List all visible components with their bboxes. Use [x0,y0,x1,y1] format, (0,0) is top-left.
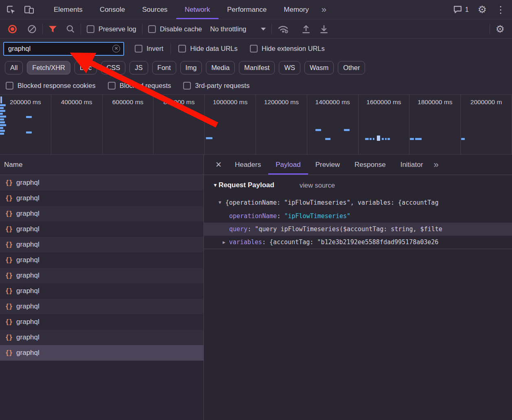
filter-input[interactable] [8,45,112,52]
network-main-split: Name {} graphql {} graphql {} graphql {}… [0,155,512,420]
invert-checkbox[interactable]: Invert [135,45,163,52]
payload-summary-row[interactable]: ▼ {operationName: "ipFlowTimeseries", va… [204,195,512,210]
request-row[interactable]: {} graphql [0,283,203,299]
request-type-chip[interactable]: CSS [101,61,125,74]
request-row[interactable]: {} graphql [0,330,203,345]
timeline-left-handle[interactable] [0,96,2,103]
blocked-cookies-checkbox[interactable]: Blocked response cookies [6,82,96,90]
filter-funnel-icon[interactable] [48,25,57,33]
panel-tab[interactable]: Performance [219,0,275,19]
checkbox[interactable] [250,45,258,52]
hide-extension-urls-checkbox[interactable]: Hide extension URLs [250,45,325,52]
third-party-checkbox[interactable]: 3rd-party requests [183,82,249,90]
throttling-dropdown[interactable]: No throttling [210,25,266,33]
clear-icon[interactable] [27,24,37,34]
timeline-bar [315,129,321,131]
network-overview-timeline[interactable]: 200000 ms400000 ms600000 ms800000 ms1000… [0,94,512,155]
more-detail-tabs-icon[interactable]: » [433,160,438,170]
panel-tab[interactable]: Network [176,0,219,19]
close-details-icon[interactable]: ✕ [210,160,228,169]
checkbox[interactable] [148,25,156,33]
checkbox[interactable] [183,82,191,90]
request-row[interactable]: {} graphql [0,268,203,283]
request-type-chip[interactable]: All [5,61,23,74]
request-type-chip[interactable]: Img [180,61,202,74]
checkbox[interactable] [87,25,94,33]
request-row[interactable]: {} graphql [0,175,203,190]
property-key: variables [229,238,262,246]
option-filters: Blocked response cookies Blocked request… [0,77,512,94]
export-har-icon[interactable] [319,24,328,34]
clear-filter-icon[interactable]: ✕ [112,45,120,52]
request-type-chip[interactable]: Doc [74,61,97,74]
request-type-chip[interactable]: Fetch/XHR [27,61,70,74]
chevron-down-icon [261,28,266,31]
issues-button[interactable]: 1 [453,5,469,14]
network-toolbar: Preserve log Disable cache No throttling… [0,20,512,39]
preserve-log-checkbox[interactable]: Preserve log [87,25,136,33]
search-icon[interactable] [66,24,75,33]
detail-tab[interactable]: Preview [308,155,347,175]
request-row[interactable]: {} graphql [0,345,203,361]
device-toolbar-icon[interactable] [24,5,35,15]
request-type-chip[interactable]: Wasm [304,61,334,74]
main-tabbar: ElementsConsoleSourcesNetworkPerformance… [0,0,512,20]
operation-name-row[interactable]: operationName: "ipFlowTimeseries" [204,210,512,223]
panel-tab[interactable]: Console [91,0,133,19]
timeline-bar [0,116,6,118]
request-row[interactable]: {} graphql [0,206,203,221]
detail-tab[interactable]: Initiator [393,155,431,175]
detail-tab[interactable]: Payload [268,155,308,175]
more-panels-icon[interactable]: » [322,4,326,15]
checkbox[interactable] [135,45,142,52]
network-conditions-icon[interactable] [278,24,289,34]
inspect-element-icon[interactable] [6,4,16,15]
hide-data-urls-checkbox[interactable]: Hide data URLs [178,45,237,52]
request-type-chip[interactable]: Manifest [239,61,275,74]
disable-cache-label: Disable cache [160,25,202,33]
query-row[interactable]: query: "query ipFlowTimeseries($accountT… [204,223,512,236]
expand-triangle-icon[interactable]: ▼ [219,200,221,205]
request-type-chip[interactable]: Media [206,61,235,74]
checkbox[interactable] [6,82,13,90]
request-type-chip[interactable]: WS [279,61,300,74]
request-row[interactable]: {} graphql [0,299,203,314]
request-name: graphql [16,318,39,326]
view-source-link[interactable]: view source [300,182,335,189]
fetch-xhr-icon: {} [5,195,13,202]
request-type-chip[interactable]: Font [152,61,176,74]
timeline-bar [370,138,372,140]
network-settings-gear-icon[interactable]: ⚙ [496,24,505,34]
checkbox[interactable] [108,82,116,90]
checkbox[interactable] [178,45,186,52]
hide-extension-urls-label: Hide extension URLs [262,45,325,52]
variables-row[interactable]: ▶ variables: {accountTag: "b12e3b2192ee5… [204,236,512,249]
record-button[interactable] [8,25,17,33]
settings-gear-icon[interactable]: ⚙ [478,4,487,15]
detail-tabs: HeadersPayloadPreviewResponseInitiator [228,155,430,175]
request-row[interactable]: {} graphql [0,314,203,330]
collapse-triangle-icon[interactable]: ▼ [213,182,218,188]
timeline-bar [387,138,390,140]
requests-list: {} graphql {} graphql {} graphql {} grap… [0,175,203,361]
request-row[interactable]: {} graphql [0,252,203,268]
panel-tab[interactable]: Memory [275,0,317,19]
request-row[interactable]: {} graphql [0,221,203,237]
request-row[interactable]: {} graphql [0,237,203,252]
property-key: query [229,225,247,233]
issues-count: 1 [465,6,469,13]
request-name: graphql [16,179,39,187]
request-type-chip[interactable]: Other [338,61,365,74]
panel-tab[interactable]: Sources [133,0,176,19]
detail-tab[interactable]: Headers [228,155,268,175]
detail-tab[interactable]: Response [347,155,393,175]
name-column-header[interactable]: Name [0,155,203,175]
menu-dots-icon[interactable]: ⋮ [496,4,505,15]
import-har-icon[interactable] [302,24,311,34]
expand-triangle-icon[interactable]: ▶ [223,240,225,245]
request-row[interactable]: {} graphql [0,190,203,206]
blocked-requests-checkbox[interactable]: Blocked requests [108,82,171,90]
request-type-chip[interactable]: JS [129,61,148,74]
disable-cache-checkbox[interactable]: Disable cache [148,25,202,33]
panel-tab[interactable]: Elements [45,0,91,19]
